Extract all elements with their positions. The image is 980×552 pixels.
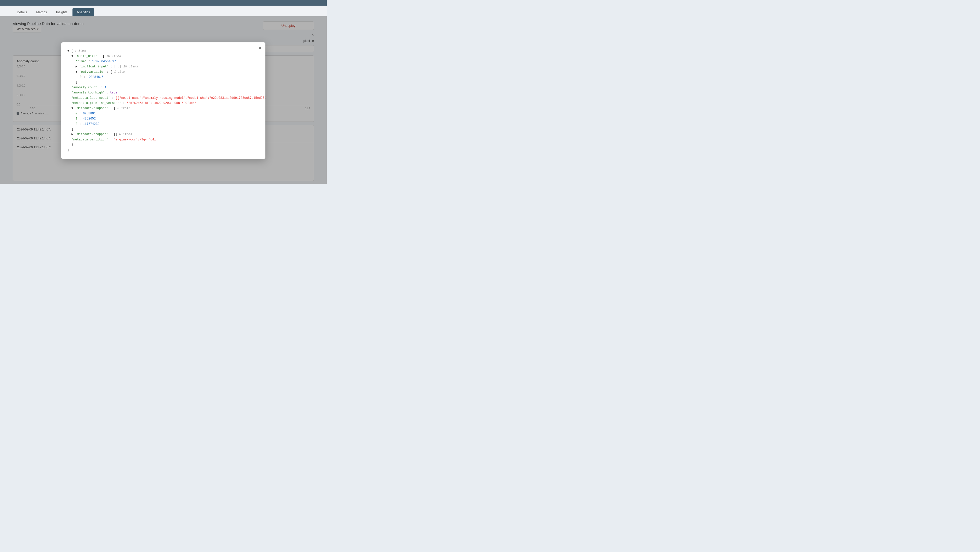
json-audit-data: ▼ 'audit_data' : [ 10 items [67, 54, 259, 59]
json-anomaly-too-high: 'anomaly.too_high' : true [67, 90, 259, 95]
toggle-out-variable[interactable]: ▼ [76, 70, 77, 74]
tab-details[interactable]: Details [13, 8, 31, 16]
json-last-model: 'metadata.last_model' : [{"model_name":"… [67, 96, 259, 101]
json-in-float: ▶ 'in.float_input' : [..] 18 items [67, 64, 259, 69]
toggle-audit[interactable]: ▼ [72, 54, 73, 58]
tab-analytics[interactable]: Analytics [73, 8, 94, 16]
json-elapsed-1: 1 : 4352652 [67, 116, 259, 121]
json-out-variable-close: ] [67, 80, 259, 85]
json-elapsed-2: 2 : 117774239 [67, 121, 259, 127]
json-out-variable: ▼ 'out.variable' : [ 1 item [67, 69, 259, 75]
json-elapsed-0: 0 : 6268801 [67, 111, 259, 116]
json-pipeline-version: 'metadata.pipeline_version' : '3b760458-… [67, 101, 259, 106]
json-root-close: } [67, 148, 259, 153]
json-modal: × ▼ [ 1 item ▼ 'audit_data' : [ 10 items [61, 42, 266, 159]
main-content: Viewing Pipeline Data for validation-dem… [0, 16, 327, 184]
json-dropped: ▶ 'metadata.dropped' : [] 0 items [67, 132, 259, 137]
json-out-variable-0: 0 : 1004846.5 [67, 75, 259, 80]
tab-insights[interactable]: Insights [52, 8, 72, 16]
modal-overlay[interactable]: × ▼ [ 1 item ▼ 'audit_data' : [ 10 items [0, 16, 327, 184]
tab-metrics[interactable]: Metrics [32, 8, 51, 16]
json-tree: ▼ [ 1 item ▼ 'audit_data' : [ 10 items '… [67, 48, 259, 153]
toggle-in-float[interactable]: ▶ [76, 65, 77, 69]
toggle-root[interactable]: ▼ [67, 49, 69, 53]
json-time: 'time' : 1707504554597 [67, 59, 259, 64]
modal-close-button[interactable]: × [259, 45, 261, 51]
top-bar [0, 0, 327, 6]
json-audit-data-close: } [67, 142, 259, 147]
toggle-dropped[interactable]: ▶ [72, 132, 73, 136]
tab-bar: Details Metrics Insights Analytics [0, 6, 327, 16]
json-elapsed-close: ] [67, 127, 259, 132]
toggle-elapsed[interactable]: ▼ [72, 107, 73, 110]
json-partition: 'metadata.partition' : 'engine-7ccc4879g… [67, 137, 259, 142]
json-root-open: ▼ [ 1 item [67, 48, 259, 54]
json-elapsed: ▼ 'metadata.elapsed' : [ 3 items [67, 106, 259, 111]
json-anomaly-count: 'anomaly.count' : 1 [67, 85, 259, 90]
